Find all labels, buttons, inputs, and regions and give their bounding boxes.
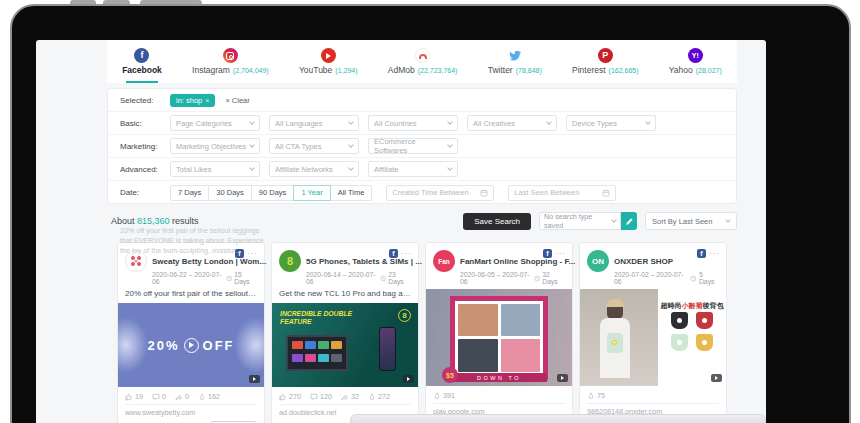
advertiser-name[interactable]: FanMart Online Shopping - F... — [460, 257, 575, 266]
sort-select[interactable]: Sort By Last Seen — [645, 212, 737, 230]
ad-card-onxder[interactable]: ON ONXDER SHOP 2020-07-02 – 2020-07-06 5… — [579, 242, 727, 423]
last-seen-input[interactable]: Last Seen Between — [508, 185, 616, 201]
results-count-text: About 815,360 results — [111, 216, 199, 226]
twitter-icon — [507, 48, 522, 63]
ad-creative[interactable]: Incredible Double Feature 8 — [272, 303, 418, 387]
tab-count: (22,723,764) — [418, 67, 458, 74]
pencil-icon — [625, 217, 634, 226]
heat-icon — [433, 392, 441, 400]
saved-search-select[interactable]: No search type saved — [539, 212, 621, 230]
tab-count: (78,848) — [516, 67, 542, 74]
date-7-days[interactable]: 7 Days — [170, 185, 209, 201]
save-search-button[interactable]: Save Search — [463, 213, 531, 230]
date-1-year[interactable]: 1 Year — [293, 185, 330, 201]
more-options-icon[interactable]: ··· — [555, 252, 566, 256]
advertiser-avatar[interactable]: Fan — [433, 250, 455, 272]
results-bar: About 815,360 results Save Search No sea… — [111, 211, 737, 231]
video-badge-icon — [249, 375, 260, 383]
date-range: 2020-06-05 – 2020-07-06 — [460, 271, 531, 285]
tv-graphic — [286, 335, 348, 371]
ad-link[interactable]: www.sweatybetty.com — [125, 404, 257, 419]
chevron-down-icon — [447, 119, 453, 125]
heat-icon — [198, 393, 206, 401]
date-all-time[interactable]: All Time — [330, 185, 373, 201]
total-likes-select[interactable]: Total Likes — [170, 161, 260, 177]
clear-filters-link[interactable]: × Clear — [225, 96, 249, 105]
tab-count: (28,027) — [696, 67, 722, 74]
engagement-stats: 270 120 32 272 — [272, 387, 418, 404]
chevron-down-icon — [725, 217, 731, 223]
advertiser-avatar[interactable]: 8 — [279, 250, 301, 272]
date-90-days[interactable]: 90 Days — [251, 185, 295, 201]
video-badge-icon — [711, 374, 722, 382]
chevron-down-icon — [447, 142, 453, 148]
chip-remove-icon[interactable]: × — [205, 97, 209, 104]
page-categories-select[interactable]: Page Categories — [170, 115, 260, 131]
advertiser-avatar[interactable] — [125, 250, 147, 272]
like-icon — [279, 393, 287, 401]
ad-results-grid: Sweaty Betty London | Wom... 2020-06-22 … — [117, 242, 727, 423]
duration-days: 5 Days — [699, 271, 719, 285]
advertiser-avatar[interactable]: ON — [587, 250, 609, 272]
countries-select[interactable]: All Countries — [368, 115, 458, 131]
tab-yahoo[interactable]: Y! Yahoo(28,027) — [665, 40, 726, 83]
advertiser-name[interactable]: ONXDER SHOP — [614, 257, 673, 266]
ad-creative[interactable]: 20% OFF — [118, 303, 264, 387]
filter-panel: Selected: in: shop× × Clear Basic: Page … — [107, 88, 737, 204]
calendar-icon — [480, 189, 488, 197]
tab-youtube[interactable]: YouTube(1,294) — [295, 40, 362, 83]
ad-card-ee[interactable]: 8 5G Phones, Tablets & SIMs | ... 2020-0… — [271, 242, 419, 423]
product-panel: 超時尚小雛菊後背包 — [658, 289, 726, 386]
clock-icon — [226, 275, 232, 282]
app-screen: f Facebook Instagram(2,704,049) YouTube(… — [36, 40, 766, 423]
languages-select[interactable]: All Languages — [269, 115, 359, 131]
ad-text: 20% off your first pair of the sellout l… — [118, 289, 264, 303]
duration-days: 23 Days — [388, 271, 411, 285]
more-options-icon[interactable]: ··· — [247, 252, 258, 256]
filter-row-marketing: Marketing: Marketing Objectives All CTA … — [108, 135, 736, 158]
more-options-icon[interactable]: ··· — [401, 252, 412, 256]
duration-days: 15 Days — [234, 271, 257, 285]
chevron-down-icon — [447, 165, 453, 171]
chevron-down-icon — [249, 119, 255, 125]
admob-icon — [415, 48, 430, 63]
date-30-days[interactable]: 30 Days — [208, 185, 252, 201]
advertiser-name[interactable]: Sweaty Betty London | Wom... — [152, 257, 266, 266]
ad-card-sweaty-betty[interactable]: Sweaty Betty London | Wom... 2020-06-22 … — [117, 242, 265, 423]
created-time-input[interactable]: Created Time Between — [386, 185, 494, 201]
device-types-select[interactable]: Device Types — [566, 115, 656, 131]
ad-creative[interactable]: $5 DOWN TO — [426, 289, 572, 386]
yahoo-icon: Y! — [688, 48, 703, 63]
play-icon[interactable] — [184, 338, 199, 353]
youtube-icon — [321, 48, 336, 63]
more-options-icon[interactable]: ··· — [709, 252, 720, 256]
advertiser-name[interactable]: 5G Phones, Tablets & SIMs | ... — [306, 257, 422, 266]
tab-admob[interactable]: AdMob(22,723,764) — [384, 40, 462, 83]
tab-pinterest[interactable]: P Pinterest(162,665) — [568, 40, 643, 83]
calendar-icon — [602, 189, 610, 197]
affiliate-networks-select[interactable]: Affiliate Networks — [269, 161, 359, 177]
date-range: 2020-06-14 – 2020-07-06 — [306, 271, 377, 285]
creatives-select[interactable]: All Creatives — [467, 115, 557, 131]
engagement-stats: 19 0 0 162 — [118, 387, 264, 404]
tab-count: (2,704,049) — [233, 67, 269, 74]
video-badge-icon — [403, 375, 414, 383]
ecommerce-softwares-select[interactable]: ECommerce Softwares — [368, 138, 458, 154]
facebook-badge-icon: f — [389, 249, 398, 258]
tab-instagram[interactable]: Instagram(2,704,049) — [188, 40, 273, 83]
facebook-badge-icon: f — [543, 249, 552, 258]
marketing-objectives-select[interactable]: Marketing Objectives — [170, 138, 260, 154]
date-range: 2020-07-02 – 2020-07-06 — [614, 271, 687, 285]
cta-types-select[interactable]: All CTA Types — [269, 138, 359, 154]
tab-facebook[interactable]: f Facebook — [118, 40, 166, 83]
edit-saved-search-button[interactable] — [621, 212, 637, 230]
selected-filter-chip[interactable]: in: shop× — [170, 94, 215, 107]
clock-icon — [534, 275, 540, 282]
affiliate-select[interactable]: Affiliate — [368, 161, 458, 177]
model-photo — [580, 289, 658, 386]
ad-card-fanmart[interactable]: Fan FanMart Online Shopping - F... 2020-… — [425, 242, 573, 423]
ad-creative[interactable]: 超時尚小雛菊後背包 — [580, 289, 726, 386]
tab-twitter[interactable]: Twitter(78,848) — [484, 40, 546, 83]
filter-row-date: Date: 7 Days 30 Days 90 Days 1 Year All … — [108, 181, 736, 204]
network-tab-bar: f Facebook Instagram(2,704,049) YouTube(… — [107, 40, 737, 83]
